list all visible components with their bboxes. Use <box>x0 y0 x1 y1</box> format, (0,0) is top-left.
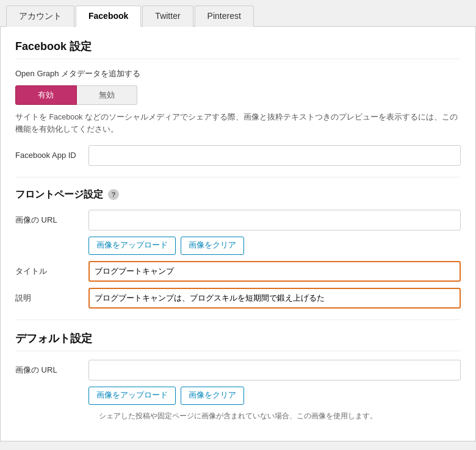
tab-twitter[interactable]: Twitter <box>142 5 193 27</box>
default-clear-button[interactable]: 画像をクリア <box>181 387 244 405</box>
content-area: Facebook 設定 Open Graph メタデータを追加する 有効 無効 … <box>0 27 476 441</box>
frontpage-title-row: タイトル <box>15 261 461 282</box>
toggle-off-button[interactable]: 無効 <box>77 85 138 105</box>
divider-2 <box>15 320 461 320</box>
tab-pinterest[interactable]: Pinterest <box>195 5 254 27</box>
tab-facebook[interactable]: Facebook <box>76 5 141 27</box>
frontpage-image-url-input[interactable] <box>88 210 461 230</box>
divider-1 <box>15 177 461 177</box>
frontpage-clear-button[interactable]: 画像をクリア <box>181 237 244 255</box>
default-image-url-row: 画像の URL <box>15 360 461 380</box>
frontpage-description-label: 説明 <box>15 293 88 304</box>
tab-bar: アカウント Facebook Twitter Pinterest <box>0 0 476 27</box>
default-btn-group: 画像をアップロード 画像をクリア <box>88 387 461 405</box>
frontpage-image-url-label: 画像の URL <box>15 215 88 226</box>
default-upload-button[interactable]: 画像をアップロード <box>88 387 176 405</box>
opengraph-description: サイトを Facebook などのソーシャルメディアでシェアする際、画像と抜粋テ… <box>15 111 461 135</box>
default-image-url-label: 画像の URL <box>15 365 88 376</box>
frontpage-description-input[interactable] <box>88 288 461 309</box>
app-id-row: Facebook App ID <box>15 145 461 166</box>
frontpage-title-row: フロントページ設定 ? <box>15 188 461 201</box>
default-settings-title: デフォルト設定 <box>15 331 461 351</box>
frontpage-settings-title: フロントページ設定 <box>15 188 103 201</box>
toggle-on-button[interactable]: 有効 <box>15 85 77 105</box>
app-id-label: Facebook App ID <box>15 151 88 160</box>
facebook-settings-title: Facebook 設定 <box>15 39 461 59</box>
toggle-group: 有効 無効 <box>15 85 137 105</box>
tab-account[interactable]: アカウント <box>6 5 74 27</box>
default-image-url-input[interactable] <box>88 360 461 380</box>
page-wrapper: アカウント Facebook Twitter Pinterest Faceboo… <box>0 0 476 450</box>
frontpage-image-url-row: 画像の URL <box>15 210 461 230</box>
opengraph-label: Open Graph メタデータを追加する <box>15 68 461 80</box>
frontpage-upload-button[interactable]: 画像をアップロード <box>88 237 176 255</box>
frontpage-title-input[interactable] <box>88 261 461 282</box>
help-icon[interactable]: ? <box>108 189 119 200</box>
frontpage-btn-group: 画像をアップロード 画像をクリア <box>88 237 461 255</box>
app-id-input[interactable] <box>88 145 461 166</box>
frontpage-description-row: 説明 <box>15 288 461 309</box>
frontpage-title-label: タイトル <box>15 266 88 277</box>
default-info-text: シェアした投稿や固定ページに画像が含まれていない場合、この画像を使用します。 <box>15 411 461 421</box>
